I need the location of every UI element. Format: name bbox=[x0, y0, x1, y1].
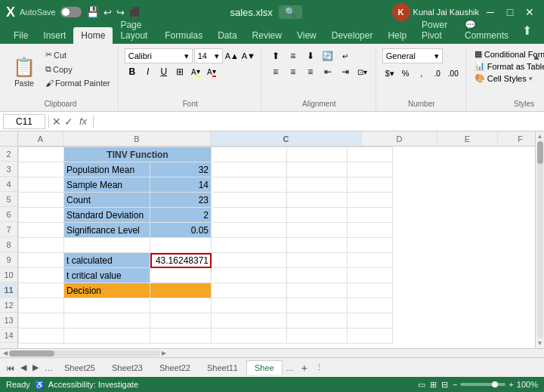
cell-a8[interactable] bbox=[19, 238, 64, 253]
cell-a9[interactable] bbox=[19, 253, 64, 268]
tab-page-layout[interactable]: Page Layout bbox=[113, 17, 157, 44]
underline-button[interactable]: U bbox=[156, 64, 172, 79]
cell-f11[interactable] bbox=[348, 283, 393, 298]
cell-a7[interactable] bbox=[19, 223, 64, 238]
sheet-nav-next[interactable]: ▶ bbox=[29, 361, 42, 374]
cell-c4[interactable]: 14 bbox=[150, 177, 212, 193]
cell-c13[interactable] bbox=[150, 313, 212, 329]
cell-c7[interactable]: 0.05 bbox=[150, 223, 212, 238]
cell-f3[interactable] bbox=[348, 162, 393, 177]
cell-f12[interactable] bbox=[348, 298, 393, 313]
cell-e10[interactable] bbox=[287, 268, 348, 283]
scroll-track-v[interactable] bbox=[537, 141, 543, 338]
bold-button[interactable]: B bbox=[125, 64, 140, 79]
cell-d13[interactable] bbox=[212, 313, 287, 329]
align-left-button[interactable]: ≡ bbox=[267, 64, 284, 79]
cell-d9[interactable] bbox=[212, 253, 287, 268]
zoom-in-button[interactable]: + bbox=[508, 380, 513, 389]
scroll-right-button[interactable]: ▶ bbox=[160, 350, 168, 357]
align-middle-button[interactable]: ≡ bbox=[285, 48, 301, 63]
cell-a11[interactable] bbox=[19, 283, 64, 298]
sheet-nav-first[interactable]: ⏮ bbox=[3, 362, 17, 374]
cell-f14[interactable] bbox=[348, 329, 393, 344]
share-button[interactable]: ⬆ bbox=[516, 20, 538, 41]
italic-button[interactable]: I bbox=[141, 64, 156, 79]
cell-a3[interactable] bbox=[19, 162, 64, 177]
tab-developer[interactable]: Developer bbox=[324, 27, 381, 44]
sheet-tab-shee[interactable]: Shee bbox=[246, 360, 283, 375]
view-page-break-icon[interactable]: ⊟ bbox=[441, 380, 448, 390]
scroll-track-h[interactable] bbox=[9, 350, 160, 357]
cell-c9[interactable]: 43.16248371 bbox=[150, 253, 212, 268]
cell-f6[interactable] bbox=[348, 208, 393, 223]
cell-c3[interactable]: 32 bbox=[150, 162, 212, 177]
cell-c5[interactable]: 23 bbox=[150, 193, 212, 208]
cell-c12[interactable] bbox=[150, 298, 212, 313]
cell-e14[interactable] bbox=[287, 329, 348, 344]
cell-f7[interactable] bbox=[348, 223, 393, 238]
sheet-tab-sheet22[interactable]: Sheet22 bbox=[151, 360, 199, 375]
indent-increase-button[interactable]: ⇥ bbox=[337, 64, 354, 79]
cell-b11[interactable]: Decision bbox=[64, 283, 150, 298]
scroll-thumb-v[interactable] bbox=[537, 141, 543, 164]
cell-c11[interactable] bbox=[150, 283, 212, 298]
cell-a13[interactable] bbox=[19, 313, 64, 329]
sheet-tab-sheet23[interactable]: Sheet23 bbox=[104, 360, 151, 375]
cancel-formula-icon[interactable]: ✕ bbox=[52, 116, 61, 128]
cell-d12[interactable] bbox=[212, 298, 287, 313]
merge-center-button[interactable]: ⊡▾ bbox=[354, 64, 371, 79]
format-painter-button[interactable]: 🖌 Format Painter bbox=[42, 77, 113, 89]
cell-a4[interactable] bbox=[19, 177, 64, 193]
tab-view[interactable]: View bbox=[289, 27, 324, 44]
cell-d2[interactable] bbox=[212, 147, 287, 162]
cell-styles-button[interactable]: 🎨 Cell Styles ▾ bbox=[472, 73, 544, 84]
cell-e6[interactable] bbox=[287, 208, 348, 223]
paste-button[interactable]: 📋 Paste bbox=[8, 48, 41, 95]
cell-reference-box[interactable]: C11 bbox=[3, 114, 45, 129]
cell-a2[interactable] bbox=[19, 147, 64, 162]
confirm-formula-icon[interactable]: ✓ bbox=[64, 116, 73, 128]
add-sheet-button[interactable]: + bbox=[297, 360, 312, 375]
cell-f2[interactable] bbox=[348, 147, 393, 162]
align-bottom-button[interactable]: ⬇ bbox=[302, 48, 319, 63]
cell-e8[interactable] bbox=[287, 238, 348, 253]
cell-f13[interactable] bbox=[348, 313, 393, 329]
cell-b10[interactable]: t critical value bbox=[64, 268, 150, 283]
cell-d5[interactable] bbox=[212, 193, 287, 208]
search-button[interactable]: 🔍 bbox=[279, 5, 302, 19]
sheet-tab-sheet25[interactable]: Sheet25 bbox=[56, 360, 104, 375]
cell-f5[interactable] bbox=[348, 193, 393, 208]
number-format-selector[interactable]: General ▾ bbox=[382, 48, 443, 63]
cell-e7[interactable] bbox=[287, 223, 348, 238]
view-normal-icon[interactable]: ▭ bbox=[418, 380, 425, 390]
cell-b8[interactable] bbox=[64, 238, 150, 253]
cell-f9[interactable] bbox=[348, 253, 393, 268]
align-top-button[interactable]: ⬆ bbox=[267, 48, 284, 63]
font-color-button[interactable]: A▾ bbox=[204, 64, 219, 79]
cell-a10[interactable] bbox=[19, 268, 64, 283]
cell-d10[interactable] bbox=[212, 268, 287, 283]
comma-button[interactable]: , bbox=[414, 66, 429, 81]
horizontal-scrollbar[interactable]: ◀ ▶ bbox=[0, 348, 544, 357]
scroll-up-button[interactable]: ▲ bbox=[537, 133, 543, 140]
increase-decimal-button[interactable]: .0 bbox=[430, 66, 445, 81]
tab-file[interactable]: File bbox=[6, 27, 36, 44]
cell-f10[interactable] bbox=[348, 268, 393, 283]
cell-d7[interactable] bbox=[212, 223, 287, 238]
cell-b5[interactable]: Count bbox=[64, 193, 150, 208]
percent-button[interactable]: % bbox=[398, 66, 413, 81]
cell-f8[interactable] bbox=[348, 238, 393, 253]
cell-d6[interactable] bbox=[212, 208, 287, 223]
cell-d11[interactable] bbox=[212, 283, 287, 298]
sheet-options-button[interactable]: ⋮ bbox=[312, 361, 326, 374]
save-icon[interactable]: 💾 bbox=[86, 6, 99, 18]
scroll-thumb-h[interactable] bbox=[9, 350, 54, 357]
align-center-button[interactable]: ≡ bbox=[285, 64, 301, 79]
format-as-table-button[interactable]: 📊 Format as Table ▾ bbox=[472, 60, 544, 72]
cell-a5[interactable] bbox=[19, 193, 64, 208]
cell-c14[interactable] bbox=[150, 329, 212, 344]
copy-button[interactable]: ⧉ Copy bbox=[42, 63, 113, 76]
decrease-font-button[interactable]: A▼ bbox=[241, 48, 256, 63]
wrap-text-button[interactable]: ↵ bbox=[337, 48, 354, 63]
tab-power-pivot[interactable]: Power Pivot bbox=[414, 17, 457, 44]
